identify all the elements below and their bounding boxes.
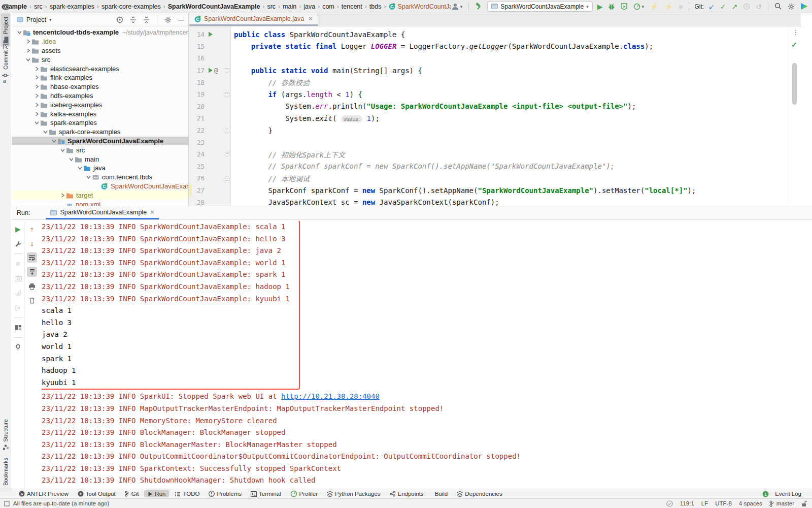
chevron-collapsed-icon[interactable] <box>33 75 40 80</box>
run-tab[interactable]: SparkWordCountJavaExample ✕ <box>46 209 159 219</box>
code-line[interactable]: 22 } <box>189 124 801 137</box>
toolwindow-tab-todo[interactable]: TODO <box>171 490 203 497</box>
tree-item[interactable]: hbase-examples <box>12 82 188 91</box>
toolwindow-tab-dependencies[interactable]: Dependencies <box>453 490 506 497</box>
code-line[interactable]: 24 // 初始化Spark上下文 <box>189 148 801 161</box>
code-line[interactable]: 16 <box>189 52 801 65</box>
panel-settings-button[interactable] <box>163 14 173 25</box>
code-line[interactable]: 26 // 本地调试 <box>189 172 801 184</box>
breadcrumb-item[interactable]: spark-core-examples <box>101 3 161 10</box>
chevron-collapsed-icon[interactable] <box>33 84 40 89</box>
tree-item[interactable]: spark-core-examples <box>12 128 188 137</box>
code-line[interactable]: 14public class SparkWordCountJavaExample… <box>189 28 801 41</box>
breadcrumb-item[interactable]: main <box>282 3 297 10</box>
code-line[interactable]: 17@ public static void main(String[] arg… <box>189 65 801 77</box>
stripe-tab-commit[interactable]: Commit <box>1 47 10 82</box>
editor-scrollbar[interactable] <box>792 63 797 105</box>
toolwindow-tab-antlr-preview[interactable]: AANTLR Preview <box>15 490 72 497</box>
chevron-expanded-icon[interactable] <box>85 175 92 179</box>
tree-item[interactable]: target <box>12 190 188 200</box>
scroll-to-end-button[interactable] <box>27 267 37 277</box>
console-output[interactable]: 23/11/22 10:13:39 INFO SparkWordCountJav… <box>42 221 807 489</box>
build-button[interactable] <box>474 1 484 12</box>
indent-widget[interactable]: 4 spaces <box>739 500 762 506</box>
git-update-button[interactable]: ↙ <box>707 1 716 12</box>
user-menu-button[interactable]: ▾ <box>451 1 464 12</box>
git-commit-button[interactable]: ✓ <box>719 1 727 12</box>
chevron-expanded-icon[interactable] <box>50 139 57 143</box>
code-line[interactable]: 21 System.exit( status: 1); <box>189 112 801 124</box>
toolwindow-tab-problems[interactable]: Problems <box>205 490 245 497</box>
pin-tab-button[interactable] <box>13 342 23 353</box>
toolwindow-tab-tool-output[interactable]: Tool Output <box>74 490 119 497</box>
tree-item[interactable]: elasticsearch-examples <box>12 64 188 73</box>
tree-item[interactable]: assets <box>12 46 188 55</box>
chevron-collapsed-icon[interactable] <box>24 39 31 44</box>
code-line[interactable]: 18 // 参数校验 <box>189 76 801 88</box>
tree-item[interactable]: src <box>12 145 188 154</box>
breadcrumb-item[interactable]: tbds <box>369 3 382 10</box>
chevron-collapsed-icon[interactable] <box>33 103 40 107</box>
breadcrumb-item[interactable]: src <box>33 3 43 10</box>
run-line-icon[interactable] <box>208 68 213 73</box>
stripe-tab-structure[interactable]: Structure <box>2 416 10 454</box>
chevron-expanded-icon[interactable] <box>33 120 40 125</box>
locate-file-button[interactable] <box>115 14 124 25</box>
tree-item[interactable]: .idea <box>12 37 188 46</box>
git-branch-widget[interactable]: master <box>769 500 794 507</box>
event-log-button[interactable]: Event Log <box>771 490 805 497</box>
debug-button[interactable] <box>607 1 616 12</box>
inspections-ok-icon[interactable]: ✓ <box>791 41 797 49</box>
collapse-all-button[interactable] <box>142 14 151 25</box>
breadcrumb-item[interactable]: tencent <box>341 3 363 10</box>
code-line[interactable]: 28 JavaSparkContext sc = new JavaSparkCo… <box>189 196 801 206</box>
toolwindow-tab-run[interactable]: Run <box>144 490 169 497</box>
settings-button[interactable] <box>787 1 796 12</box>
hotswap-debug-button[interactable]: ⚡ <box>663 1 673 12</box>
chevron-expanded-icon[interactable] <box>76 166 83 170</box>
tree-item[interactable]: mpom.xml <box>12 200 188 206</box>
tree-item[interactable]: tencentcloud-tbds-example~/study/java/tm… <box>12 28 188 37</box>
hotswap-button[interactable]: ⚡ <box>649 1 659 12</box>
project-view-selector[interactable]: Project ▾ <box>17 16 51 23</box>
tree-item[interactable]: CSparkWordCountJavaExample <box>12 182 188 191</box>
git-push-button[interactable]: ↗ <box>731 1 739 12</box>
print-button[interactable] <box>27 281 37 291</box>
tree-item[interactable]: spark-examples <box>12 118 188 128</box>
encoding-widget[interactable]: UTF-8 <box>715 500 732 506</box>
git-history-button[interactable] <box>742 1 751 12</box>
changes-icon[interactable] <box>4 501 10 506</box>
lock-icon[interactable] <box>801 500 807 507</box>
tree-item[interactable]: java <box>12 164 188 173</box>
breadcrumb-item[interactable]: java <box>303 3 316 10</box>
toolwindow-tab-build[interactable]: Build <box>429 490 452 497</box>
search-everywhere-button[interactable] <box>773 1 783 12</box>
tree-item[interactable]: hdfs-examples <box>12 91 188 101</box>
dump-threads-button[interactable] <box>13 273 23 283</box>
toolwindow-tab-python-packages[interactable]: Python Packages <box>323 490 384 497</box>
layout-settings-button[interactable] <box>13 323 23 333</box>
chevron-collapsed-icon[interactable] <box>33 112 40 116</box>
profiler-button[interactable]: ▾ <box>632 1 645 12</box>
breadcrumb-item[interactable]: com <box>322 3 335 10</box>
restart-debug-button[interactable] <box>13 288 23 298</box>
code-line[interactable]: 27 SparkConf sparkConf = new SparkConf()… <box>189 184 801 197</box>
tree-item[interactable]: flink-examples <box>12 73 188 82</box>
breadcrumb-item[interactable]: CSparkWordCountJavaExample <box>388 3 450 10</box>
tree-item[interactable]: iceberg-examples <box>12 100 188 109</box>
tree-item[interactable]: kafka-examples <box>12 109 188 118</box>
expand-all-button[interactable] <box>129 14 138 25</box>
toolwindow-tab-profiler[interactable]: Profiler <box>287 490 321 498</box>
code-line[interactable]: 20 System.err.println("Usage: SparkWordC… <box>189 101 801 113</box>
edit-configuration-button[interactable] <box>13 239 23 249</box>
tree-item[interactable]: com.tencent.tbds <box>12 173 188 182</box>
caret-position-widget[interactable]: 119:1 <box>680 500 694 506</box>
chevron-collapsed-icon[interactable] <box>24 48 31 53</box>
stop-process-button[interactable]: ■ <box>13 259 23 269</box>
breadcrumb-item[interactable]: SparkWordCountJavaExample <box>167 3 261 10</box>
scroll-up-button[interactable]: ↑ <box>27 224 37 234</box>
run-configuration-select[interactable]: SparkWordCountJavaExample▾ <box>487 1 592 12</box>
hide-panel-button[interactable]: — <box>177 14 185 25</box>
tree-item[interactable]: SparkWordCountJavaExample <box>12 137 188 146</box>
run-line-icon[interactable] <box>208 31 213 37</box>
